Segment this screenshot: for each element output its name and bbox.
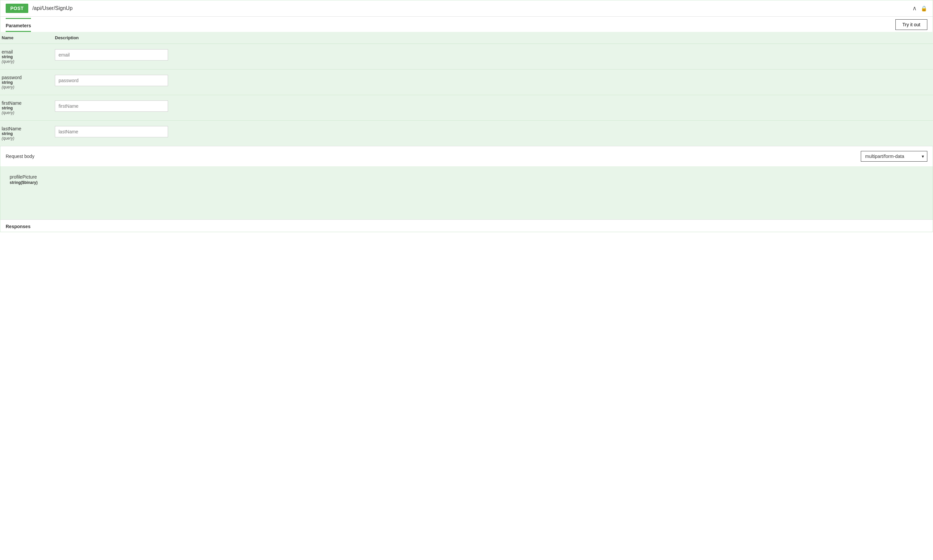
content-type-wrapper: multipart/form-data application/json <box>861 151 927 162</box>
param-row-lastname: lastName string (query) <box>0 121 933 146</box>
responses-section: Responses <box>0 220 933 232</box>
header-icons: ∧ 🔒 <box>912 5 927 12</box>
col-desc-header: Description <box>55 35 931 40</box>
param-name-password: password <box>2 75 49 80</box>
parameters-table: Name Description email string (query) pa… <box>0 32 933 146</box>
param-location-email: (query) <box>2 59 49 64</box>
param-row-email: email string (query) <box>0 44 933 69</box>
lastname-input[interactable] <box>55 126 168 137</box>
param-type-lastname: string <box>2 131 49 136</box>
param-name-col-firstname: firstName string (query) <box>2 100 55 115</box>
body-field-name-profilepicture: profilePicture <box>10 174 923 180</box>
param-location-lastname: (query) <box>2 136 49 141</box>
param-type-email: string <box>2 55 49 59</box>
param-type-password: string <box>2 80 49 85</box>
request-body-section: Request body multipart/form-data applica… <box>0 146 933 166</box>
param-name-col-email: email string (query) <box>2 49 55 64</box>
col-name-header: Name <box>2 35 55 40</box>
param-desc-col-email <box>55 49 931 60</box>
param-type-firstname: string <box>2 106 49 111</box>
body-field-type-profilepicture: string($binary) <box>10 180 923 185</box>
firstname-input[interactable] <box>55 100 168 112</box>
param-name-firstname: firstName <box>2 100 49 106</box>
endpoint-path: /api/User/SignUp <box>32 5 908 11</box>
try-it-out-button[interactable]: Try it out <box>895 19 927 30</box>
param-desc-col-firstname <box>55 100 931 112</box>
param-desc-col-password <box>55 75 931 86</box>
request-body-label: Request body <box>6 154 34 159</box>
request-body-content: profilePicture string($binary) <box>0 166 933 220</box>
param-desc-col-lastname <box>55 126 931 137</box>
responses-tab[interactable]: Responses <box>6 220 31 232</box>
lock-icon[interactable]: 🔒 <box>921 5 927 12</box>
api-endpoint-container: POST /api/User/SignUp ∧ 🔒 Try it out Par… <box>0 0 933 232</box>
parameters-tab[interactable]: Parameters <box>6 18 31 32</box>
param-row-password: password string (query) <box>0 69 933 95</box>
password-input[interactable] <box>55 75 168 86</box>
param-name-email: email <box>2 49 49 55</box>
params-table-header: Name Description <box>0 32 933 44</box>
collapse-icon[interactable]: ∧ <box>912 5 917 11</box>
parameters-section-header: Try it out Parameters <box>0 17 933 32</box>
content-type-select[interactable]: multipart/form-data application/json <box>861 151 927 162</box>
param-name-lastname: lastName <box>2 126 49 131</box>
param-location-firstname: (query) <box>2 111 49 115</box>
email-input[interactable] <box>55 49 168 60</box>
param-name-col-lastname: lastName string (query) <box>2 126 55 141</box>
param-name-col-password: password string (query) <box>2 75 55 89</box>
api-header: POST /api/User/SignUp ∧ 🔒 <box>0 0 933 17</box>
method-badge: POST <box>6 4 28 13</box>
param-row-firstname: firstName string (query) <box>0 95 933 121</box>
param-location-password: (query) <box>2 85 49 89</box>
